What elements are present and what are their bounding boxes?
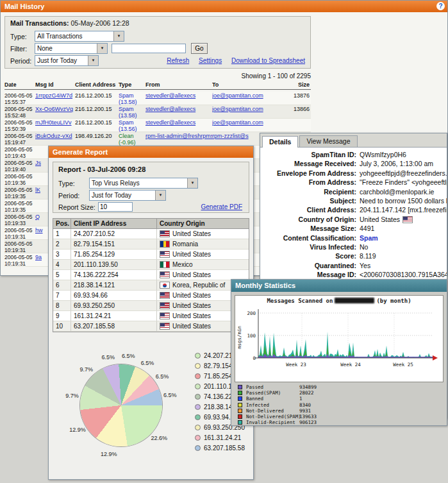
msg-id-link[interactable]: mJfH0teuLIVv <box>35 119 72 126</box>
detail-value: United States <box>356 215 447 224</box>
detail-value: "Freeze Finders" <yohgeeeftlpjd@ <box>356 178 447 187</box>
to-link[interactable]: joe@spamtitan.com <box>212 92 263 99</box>
type-select[interactable]: All Transactions <box>35 31 124 42</box>
pie-percent-label: 6.5% <box>118 353 138 359</box>
message-type: Spam(13.58) <box>119 106 145 118</box>
help-icon[interactable]: ? <box>436 2 445 10</box>
msg-id-link[interactable]: 9a <box>35 254 42 260</box>
go-button[interactable]: Go <box>191 43 208 54</box>
detail-value: yohgeeeftlpjd@freezefinders.com <box>356 169 447 178</box>
to-link[interactable]: joe@spamtitan.com <box>212 106 263 112</box>
detail-row: From Address: "Freeze Finders" <yohgeeef… <box>260 178 447 187</box>
generate-pdf-link[interactable]: Generate PDF <box>201 203 242 210</box>
svg-text:Week 24: Week 24 <box>340 362 361 368</box>
pie-percent-label: 6.5% <box>160 392 180 398</box>
window-title: Generate Report <box>53 148 108 156</box>
msg-id-link[interactable]: iBukOduz-vXd <box>35 133 72 139</box>
svg-text:200: 200 <box>247 310 256 316</box>
detail-label: Country of Origin: <box>260 215 356 224</box>
to-link[interactable]: joe@spamtitan.com <box>212 119 263 126</box>
relay-pos: 2 <box>53 239 71 249</box>
refresh-link[interactable]: Refresh <box>167 57 189 64</box>
msg-id-link[interactable]: lK <box>35 187 40 193</box>
from-link[interactable]: stevedler@allexecs <box>145 92 195 99</box>
mail-table-header: Date Msg Id Client Address Type From To … <box>4 81 311 90</box>
from-link[interactable]: stevedler@allexecs <box>145 106 195 112</box>
msg-id-link[interactable]: 1rrppzG4iW7d <box>35 92 72 99</box>
relay-row: 8 69.93.250.250 United States <box>53 301 249 311</box>
window-title: Monthly Statistics <box>235 282 295 289</box>
pie-percent-label: 6.5% <box>98 354 119 360</box>
monthly-statistics-titlebar[interactable]: Monthly Statistics <box>231 280 447 292</box>
pie-percent-label: 6.5% <box>137 360 158 366</box>
settings-link[interactable]: Settings <box>199 57 222 64</box>
period-select[interactable]: Just for Today <box>35 55 99 66</box>
relay-ip: 71.85.254.129 <box>71 250 157 259</box>
mail-history-titlebar[interactable]: Mail History ? <box>1 1 447 12</box>
country-flag-icon <box>160 230 170 237</box>
relay-row: 1 24.207.210.52 United States <box>53 229 249 239</box>
stats-legend: Passed 934899 Passed(SPAM) 28022 Banned … <box>238 384 301 425</box>
detail-label: From Address: <box>260 178 356 187</box>
message-type: Spam(13.56) <box>119 119 145 131</box>
relay-ip: 161.31.24.21 <box>71 311 157 321</box>
to-link[interactable]: rpm-zzzlist@s <box>212 133 249 139</box>
country-flag-icon <box>160 292 170 299</box>
legend-dot-icon <box>195 445 201 451</box>
detail-label: Message Received: <box>260 159 356 168</box>
legend-square-icon <box>238 385 242 389</box>
msg-id-link[interactable]: hw <box>35 227 43 233</box>
tab-details[interactable]: Details <box>262 136 298 148</box>
detail-label: Message Size: <box>260 224 356 233</box>
detail-row: Content Classification: Spam <box>260 233 447 242</box>
mail-date: 2006-05-0515:19:47 <box>4 133 35 145</box>
report-size-label: Report Size: <box>58 203 95 211</box>
from-link[interactable]: rpm-list-admin@freshrpms <box>145 133 212 139</box>
detail-value: <20060703081300.7915A364B09 <box>356 270 447 279</box>
pie-percent-label: 12.9% <box>67 427 88 433</box>
relay-pos: 10 <box>53 321 71 331</box>
svg-text:100: 100 <box>247 333 256 339</box>
showing-count: Showing 1 - 100 of 2295 <box>4 72 311 80</box>
report-size-input[interactable] <box>98 202 133 212</box>
pie-legend-item: 161.31.24.21 <box>195 432 249 443</box>
stats-legend-item: Banned 1 <box>238 396 301 402</box>
stats-legend-item: Not-Delivered(SPAM) 139633 <box>238 414 301 419</box>
generate-report-titlebar[interactable]: Generate Report <box>49 146 253 158</box>
detail-value: QWsmlfzyp0H6 <box>356 150 447 159</box>
message-type: Clean(-0.96) <box>119 133 145 145</box>
msg-id-link[interactable]: Q <box>35 214 40 220</box>
pie-percent-label: 6.5% <box>152 373 172 380</box>
legend-square-icon <box>238 396 242 401</box>
pie-legend-item: 63.207.185.58 <box>195 443 249 453</box>
detail-label: Envelope From Address: <box>260 169 356 178</box>
relay-row: 3 71.85.254.129 United States <box>53 250 249 260</box>
report-type-select[interactable]: Top Virus Relays <box>89 178 198 189</box>
mail-date: 2006-05-0515:55:37 <box>4 92 35 105</box>
relay-row: 2 82.79.154.151 Romania <box>53 239 249 250</box>
msg-id-link[interactable]: Xx-Oo6WvzVq <box>35 106 73 112</box>
download-spreadsheet-link[interactable]: Download to Spreadsheet <box>231 57 305 64</box>
generate-report-window: Generate Report Report - 03-Jul-2006 09:… <box>48 146 254 480</box>
mail-date: 2006-05-0510:19:31 <box>4 254 35 266</box>
detail-value: 4491 <box>356 224 447 233</box>
tab-view-message[interactable]: View Message <box>299 135 357 147</box>
legend-ip-label: 63.207.185.58 <box>204 445 245 452</box>
legend-square-icon <box>238 391 242 395</box>
report-period-select[interactable]: Just for Today <box>89 190 166 201</box>
mail-row: 2006-05-0515:52:48 Xx-Oo6WvzVq 216.12.20… <box>4 105 311 119</box>
mail-date: 2006-05-0510:19:35 <box>4 187 35 199</box>
detail-label: Subject: <box>260 196 356 205</box>
from-link[interactable]: stevedler@allexecs <box>145 119 195 126</box>
filter-select[interactable]: None <box>35 43 108 54</box>
detail-label: Virus Infected: <box>260 242 356 251</box>
filter-label: Filter: <box>10 45 27 53</box>
msg-id-link[interactable]: Js <box>35 160 41 166</box>
chart-title: Messages Scanned on(by month) <box>235 298 443 304</box>
detail-row: Message ID: <20060703081300.7915A364B09 <box>260 270 447 279</box>
relay-country: United States <box>157 250 247 259</box>
filter-text-input[interactable] <box>112 44 186 53</box>
detail-row: Message Size: 4491 <box>260 224 447 233</box>
relay-ip: 69.93.94.66 <box>71 291 157 300</box>
mail-date: 2006-05-0515:52:48 <box>4 106 35 118</box>
